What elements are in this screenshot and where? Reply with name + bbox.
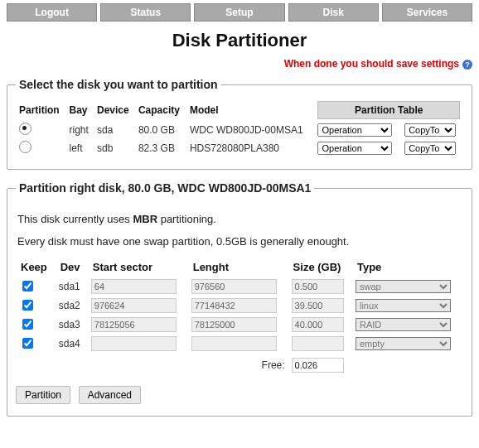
cell-dev: sda4 <box>56 334 88 353</box>
operation-select[interactable]: Operation <box>317 142 392 155</box>
keep-checkbox[interactable] <box>22 281 33 291</box>
type-select[interactable]: empty <box>356 337 451 350</box>
disk-radio[interactable] <box>19 123 31 135</box>
cell-dev: sdb <box>94 139 135 157</box>
advanced-button[interactable]: Advanced <box>79 386 141 404</box>
type-select[interactable]: linux <box>356 299 451 312</box>
hdr-device: Device <box>94 99 135 121</box>
hdr-dev: Dev <box>56 258 88 277</box>
cell-model: HDS728080PLA380 <box>186 139 315 157</box>
partition-box: Partition right disk, 80.0 GB, WDC WD800… <box>7 181 472 417</box>
copyto-select[interactable]: CopyTo <box>404 142 456 155</box>
size-input[interactable] <box>292 317 344 332</box>
info-swap: Every disk must have one swap partition,… <box>17 235 462 248</box>
partition-row: sda1 swap <box>16 277 463 296</box>
disk-row: left sdb 82.3 GB HDS728080PLA380 Operati… <box>16 139 463 157</box>
cell-bay: left <box>66 139 94 157</box>
start-input[interactable] <box>91 317 177 332</box>
disk-select-box: Select the disk you want to partition Pa… <box>7 78 472 170</box>
cell-dev: sda1 <box>56 277 88 296</box>
hdr-capacity: Capacity <box>135 99 186 121</box>
size-input[interactable] <box>292 336 344 351</box>
start-input[interactable] <box>91 298 177 313</box>
nav-setup[interactable]: Setup <box>194 3 284 22</box>
length-input[interactable] <box>191 317 277 332</box>
partition-row: sda4 empty <box>16 334 463 353</box>
type-select[interactable]: swap <box>356 280 451 293</box>
hdr-partition: Partition <box>16 99 66 121</box>
length-input[interactable] <box>191 279 277 294</box>
length-input[interactable] <box>191 298 277 313</box>
partition-button[interactable]: Partition <box>16 386 70 404</box>
cell-dev: sda <box>94 121 135 139</box>
hdr-size: Size (GB) <box>288 258 352 277</box>
cell-model: WDC WD800JD-00MSA1 <box>186 121 315 139</box>
cell-dev: sda2 <box>56 296 88 315</box>
nav-services[interactable]: Services <box>382 3 472 22</box>
nav-disk[interactable]: Disk <box>288 3 379 22</box>
partition-row: sda2 linux <box>16 296 463 315</box>
size-input[interactable] <box>292 298 344 313</box>
top-nav: Logout Status Setup Disk Services <box>7 3 472 22</box>
length-input[interactable] <box>191 336 277 351</box>
copyto-select[interactable]: CopyTo <box>404 123 456 137</box>
partition-row: sda3 RAID <box>16 315 463 334</box>
save-warning: When done you should save settings? <box>7 58 472 70</box>
cell-cap: 80.0 GB <box>135 121 186 139</box>
type-select[interactable]: RAID <box>356 318 451 331</box>
start-input[interactable] <box>91 279 177 294</box>
hdr-bay: Bay <box>66 99 94 121</box>
hdr-start: Start sector <box>88 258 188 277</box>
page-title: Disk Partitioner <box>7 30 472 51</box>
nav-status[interactable]: Status <box>100 3 191 22</box>
size-input[interactable] <box>292 279 344 294</box>
cell-dev: sda3 <box>56 315 88 334</box>
hdr-keep: Keep <box>16 258 56 277</box>
keep-checkbox[interactable] <box>22 338 33 349</box>
disk-radio[interactable] <box>19 141 31 153</box>
help-icon[interactable]: ? <box>462 60 472 70</box>
operation-select[interactable]: Operation <box>317 123 392 137</box>
disk-select-legend: Select the disk you want to partition <box>16 78 221 91</box>
cell-cap: 82.3 GB <box>135 139 186 157</box>
nav-logout[interactable]: Logout <box>7 3 97 22</box>
start-input[interactable] <box>91 336 177 351</box>
free-value <box>292 358 344 373</box>
free-label: Free: <box>188 353 288 374</box>
hdr-len: Lenght <box>188 258 288 277</box>
hdr-model: Model <box>186 99 315 121</box>
partition-legend: Partition right disk, 80.0 GB, WDC WD800… <box>16 181 314 195</box>
disk-row: right sda 80.0 GB WDC WD800JD-00MSA1 Ope… <box>16 121 463 139</box>
keep-checkbox[interactable] <box>22 319 33 330</box>
cell-bay: right <box>66 121 94 139</box>
hdr-type: Type <box>352 258 463 277</box>
info-mbr: This disk currently uses MBR partitionin… <box>17 213 462 225</box>
hdr-partition-table: Partition Table <box>317 101 460 119</box>
keep-checkbox[interactable] <box>22 300 33 311</box>
